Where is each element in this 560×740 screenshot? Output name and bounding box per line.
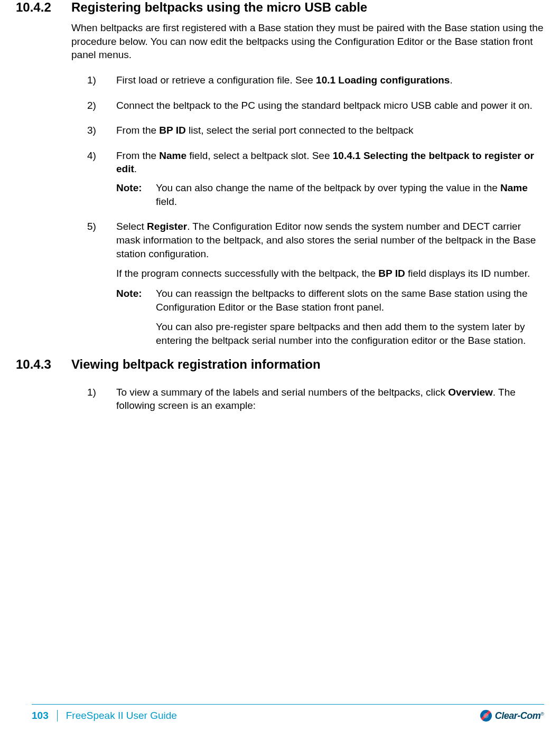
step-number: 2)	[87, 99, 116, 113]
intro-paragraph: When beltpacks are first registered with…	[71, 21, 544, 62]
note-text: You can also change the name of the belt…	[156, 181, 544, 208]
step-4-note: Note: You can also change the name of th…	[116, 181, 544, 208]
section2-step-1: 1) To view a summary of the labels and s…	[87, 386, 544, 413]
step-5-note: Note: You can reassign the beltpacks to …	[116, 287, 544, 314]
document-title: FreeSpeak II User Guide	[66, 710, 177, 722]
step-5-extra: If the program connects successfully wit…	[116, 267, 544, 280]
section-heading-1043: 10.4.3 Viewing beltpack registration inf…	[16, 357, 544, 372]
step-4: 4) From the Name field, select a beltpac…	[87, 149, 544, 176]
step-text: From the Name field, select a beltpack s…	[116, 149, 544, 176]
step-number: 1)	[87, 386, 116, 413]
heading-number: 10.4.2	[16, 0, 71, 15]
step-number: 1)	[87, 73, 116, 87]
note-label: Note:	[116, 181, 156, 208]
step-5: 5) Select Register. The Configuration Ed…	[87, 220, 544, 260]
note-text: You can reassign the beltpacks to differ…	[156, 287, 544, 314]
page-footer: 103 FreeSpeak II User Guide Clear-Com®	[32, 704, 544, 722]
step-5-note-2: You can also pre-register spare beltpack…	[156, 320, 544, 347]
step-text: To view a summary of the labels and seri…	[116, 386, 544, 413]
step-text: Connect the beltpack to the PC using the…	[116, 99, 544, 113]
step-text: First load or retrieve a configuration f…	[116, 73, 544, 87]
clear-com-logo: Clear-Com®	[480, 710, 544, 722]
heading-number: 10.4.3	[16, 357, 71, 372]
step-1: 1) First load or retrieve a configuratio…	[87, 73, 544, 87]
step-text: From the BP ID list, select the serial p…	[116, 124, 544, 137]
heading-title: Viewing beltpack registration informatio…	[71, 357, 321, 372]
step-3: 3) From the BP ID list, select the seria…	[87, 124, 544, 137]
section-heading-1042: 10.4.2 Registering beltpacks using the m…	[16, 0, 544, 15]
heading-title: Registering beltpacks using the micro US…	[71, 0, 367, 15]
logo-icon	[480, 710, 492, 722]
step-number: 3)	[87, 124, 116, 137]
step-number: 4)	[87, 149, 116, 176]
page-number: 103	[32, 710, 58, 722]
note-label: Note:	[116, 287, 156, 314]
step-text: Select Register. The Configuration Edito…	[116, 220, 544, 260]
footer-left: 103 FreeSpeak II User Guide	[32, 710, 177, 722]
step-number: 5)	[87, 220, 116, 260]
step-2: 2) Connect the beltpack to the PC using …	[87, 99, 544, 113]
logo-text: Clear-Com®	[495, 710, 544, 722]
